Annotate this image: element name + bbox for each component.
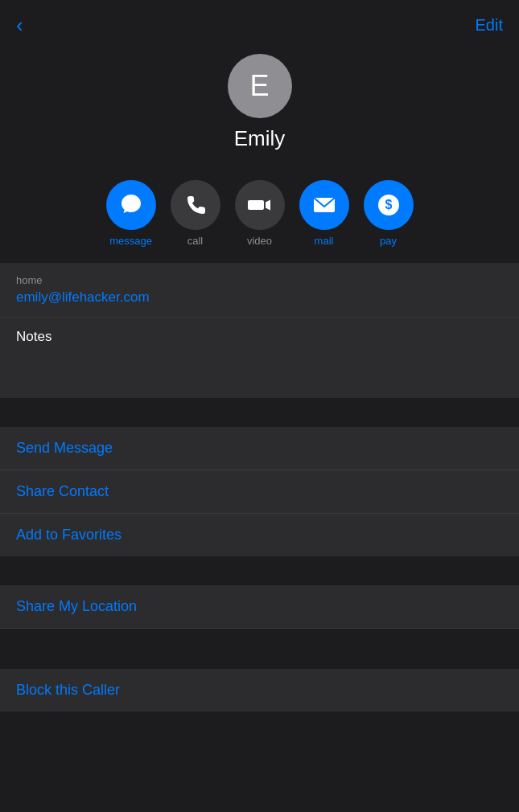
mail-icon-circle: [299, 180, 349, 230]
email-section: home emily@lifehacker.com: [0, 263, 519, 318]
email-value[interactable]: emily@lifehacker.com: [16, 289, 503, 306]
notes-section: Notes: [0, 318, 519, 398]
email-label: home: [16, 274, 503, 286]
message-icon: [118, 192, 144, 218]
header: ‹ Edit: [0, 0, 519, 46]
video-icon-circle: [235, 180, 285, 230]
message-label: message: [109, 235, 152, 247]
avatar: E: [228, 54, 292, 118]
message-action[interactable]: message: [106, 180, 156, 247]
svg-text:$: $: [385, 198, 392, 211]
edit-button[interactable]: Edit: [476, 16, 503, 35]
send-message-label: Send Message: [16, 440, 113, 456]
message-icon-circle: [106, 180, 156, 230]
call-label: call: [187, 235, 204, 247]
mail-icon: [311, 192, 337, 218]
menu-section: Send Message Share Contact Add to Favori…: [0, 427, 519, 556]
phone-icon-circle: [171, 180, 220, 230]
contact-section: E Emily: [0, 46, 519, 167]
contact-name: Emily: [234, 126, 286, 151]
gap-1: [0, 398, 519, 427]
mail-action[interactable]: mail: [299, 180, 349, 247]
share-location-label: Share My Location: [16, 598, 137, 614]
pay-icon-circle: $: [364, 180, 414, 230]
notes-label: Notes: [16, 329, 503, 345]
pay-icon: $: [376, 192, 402, 218]
add-to-favorites-label: Add to Favorites: [16, 527, 122, 543]
video-action[interactable]: video: [235, 180, 285, 247]
video-label: video: [247, 235, 272, 247]
pay-label: pay: [380, 235, 397, 247]
mail-label: mail: [315, 235, 334, 247]
block-caller-label: Block this Caller: [16, 682, 120, 698]
block-caller-section[interactable]: Block this Caller: [0, 669, 519, 712]
add-to-favorites-row[interactable]: Add to Favorites: [0, 514, 519, 556]
back-button[interactable]: ‹: [16, 13, 23, 38]
pay-action[interactable]: $ pay: [364, 180, 414, 247]
actions-row: message call video mail: [0, 167, 519, 263]
share-contact-row[interactable]: Share Contact: [0, 470, 519, 514]
send-message-row[interactable]: Send Message: [0, 427, 519, 470]
video-icon: [247, 192, 273, 218]
gap-2: [0, 556, 519, 585]
gap-3: [0, 629, 519, 669]
phone-icon: [183, 192, 208, 218]
share-contact-label: Share Contact: [16, 483, 109, 499]
call-action[interactable]: call: [171, 180, 220, 247]
share-location-section[interactable]: Share My Location: [0, 585, 519, 629]
